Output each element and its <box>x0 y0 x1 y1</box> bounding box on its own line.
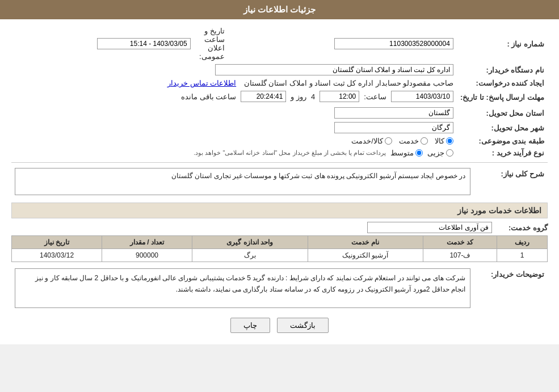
need-desc-value: در خصوص ایجاد سیستم آرشیو الکترونیکی پرو… <box>171 172 465 180</box>
process-jozi-item[interactable]: جزیی <box>427 149 453 157</box>
need-number-label: شماره نیاز : <box>457 25 548 62</box>
buyer-org-cell <box>11 62 457 77</box>
table-row: 1ف-107آرشیو الکترونیکبرگ9000001403/03/12 <box>12 249 548 262</box>
desc-table: شرح کلی نیاز: در خصوص ایجاد سیستم آرشیو … <box>11 166 548 197</box>
deadline-cell: ساعت: 4 روز و ساعت باقی مانده <box>11 89 457 106</box>
deadline-time-input[interactable] <box>320 91 359 102</box>
province-label: استان محل تحویل: <box>457 106 548 120</box>
category-khedmat-label: خدمت <box>399 137 419 145</box>
announce-value-cell <box>11 25 194 62</box>
th-unit: واحد اندازه گیری <box>192 236 308 249</box>
category-both-label: کالا/خدمت <box>351 137 383 145</box>
deadline-label: مهلت ارسال پاسخ: تا تاریخ: <box>457 89 548 106</box>
buyer-org-label: نام دستگاه خریدار: <box>457 62 548 77</box>
process-motavaset-item[interactable]: متوسط <box>390 149 423 157</box>
category-kala-item[interactable]: کالا <box>435 137 453 145</box>
print-button[interactable]: چاپ <box>230 318 270 333</box>
table-cell-date: 1403/03/12 <box>12 249 102 262</box>
process-jozi-radio[interactable] <box>446 149 453 157</box>
province-input[interactable] <box>334 107 453 119</box>
remaining-input[interactable] <box>241 91 286 102</box>
need-desc-label: شرح کلی نیاز: <box>474 166 548 197</box>
requester-value: صاحب مقصودلو حسابدار اداره کل ثبت اسناد … <box>244 79 453 87</box>
info-table-top: شماره نیاز : تاریخ و ساعت اعلان عمومی: ن… <box>11 25 548 159</box>
category-both-radio[interactable] <box>385 137 392 145</box>
category-khedmat-item[interactable]: خدمت <box>399 137 428 145</box>
need-number-cell <box>228 25 457 62</box>
requester-label: ایجاد کننده درخواست: <box>457 77 548 89</box>
th-qty: تعداد / مقدار <box>102 236 192 249</box>
announce-input[interactable] <box>97 38 191 49</box>
process-note: پرداخت تمام یا بخشی از مبلغ خریداز محل "… <box>194 149 386 157</box>
category-cell: کالا خدمت کالا/خدمت <box>11 135 457 147</box>
page-title: جزئیات اطلاعات نیاز <box>243 5 316 14</box>
category-khedmat-radio[interactable] <box>421 137 428 145</box>
th-name: نام خدمت <box>308 236 423 249</box>
th-date: تاریخ نیاز <box>12 236 102 249</box>
table-cell-row: 1 <box>497 249 548 262</box>
table-cell-code: ف-107 <box>423 249 497 262</box>
category-kala-label: کالا <box>435 137 444 145</box>
contact-link[interactable]: اطلاعات تماس خریدار <box>167 79 236 87</box>
need-number-input[interactable] <box>334 38 453 49</box>
notes-table: توضیحات خریدار: شرکت های می توانند در اس… <box>11 267 548 310</box>
category-both-item[interactable]: کالا/خدمت <box>351 137 392 145</box>
category-label: طبقه بندی موضوعی: <box>457 135 548 147</box>
city-label: شهر محل تحویل: <box>457 120 548 135</box>
province-cell <box>11 106 457 120</box>
buyer-notes-box: شرکت های می توانند در استعلام شرکت نماین… <box>15 268 470 308</box>
table-cell-name: آرشیو الکترونیک <box>308 249 423 262</box>
service-group-label: گروه خدمت: <box>497 224 548 232</box>
remaining-label: ساعت باقی مانده <box>181 92 236 101</box>
buyer-notes-cell: شرکت های می توانند در استعلام شرکت نماین… <box>11 267 474 310</box>
process-jozi-label: جزیی <box>427 149 444 157</box>
city-cell <box>11 120 457 135</box>
city-input[interactable] <box>334 122 453 133</box>
time-label: ساعت: <box>364 92 386 101</box>
process-label: نوع فرآیند خرید : <box>457 147 548 159</box>
buyer-notes-value: شرکت های می توانند در استعلام شرکت نماین… <box>35 274 465 293</box>
service-group-input[interactable] <box>367 222 492 233</box>
back-button[interactable]: بازگشت <box>277 318 329 333</box>
day-label: روز و <box>291 92 306 101</box>
service-group-row: گروه خدمت: <box>11 222 548 233</box>
announce-label-cell: تاریخ و ساعت اعلان عمومی: <box>194 25 228 62</box>
process-motavaset-label: متوسط <box>390 149 414 157</box>
buttons-row: بازگشت چاپ <box>11 318 548 333</box>
table-cell-quantity: 900000 <box>102 249 192 262</box>
page-wrapper: جزئیات اطلاعات نیاز شماره نیاز : تاریخ و… <box>0 0 559 344</box>
deadline-date-input[interactable] <box>391 91 453 102</box>
page-header: جزئیات اطلاعات نیاز <box>0 0 559 19</box>
process-cell: جزیی متوسط پرداخت تمام یا بخشی از مبلغ خ… <box>11 147 457 159</box>
services-table: ردیف کد خدمت نام خدمت واحد اندازه گیری ت… <box>11 235 548 262</box>
services-section-header: اطلاعات خدمات مورد نیاز <box>11 203 548 218</box>
need-desc-cell: در خصوص ایجاد سیستم آرشیو الکترونیکی پرو… <box>11 166 474 197</box>
th-code: کد خدمت <box>423 236 497 249</box>
day-value: 4 <box>311 92 315 101</box>
th-row: ردیف <box>497 236 548 249</box>
content-area: شماره نیاز : تاریخ و ساعت اعلان عمومی: ن… <box>0 19 559 344</box>
buyer-notes-label: توضیحات خریدار: <box>474 267 548 310</box>
process-motavaset-radio[interactable] <box>415 149 423 157</box>
need-desc-box: در خصوص ایجاد سیستم آرشیو الکترونیکی پرو… <box>15 168 470 195</box>
category-kala-radio[interactable] <box>446 137 453 145</box>
requester-cell: صاحب مقصودلو حسابدار اداره کل ثبت اسناد … <box>11 77 457 89</box>
table-cell-unit: برگ <box>192 249 308 262</box>
buyer-org-input[interactable] <box>215 64 453 75</box>
announce-label: تاریخ و ساعت اعلان عمومی: <box>199 27 225 61</box>
